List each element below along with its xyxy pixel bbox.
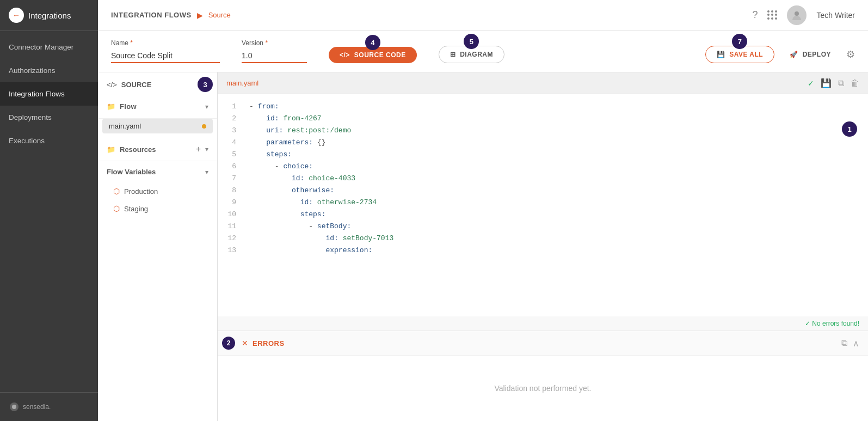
code-line-2: 2 id: from-4267	[218, 113, 868, 125]
diagram-icon: ⊞	[450, 51, 456, 58]
sidebar: ← Integrations Connector Manager Authori…	[0, 0, 98, 421]
flow-section-title: Flow	[120, 102, 205, 111]
editor-tab-bar: main.yaml ✓ 💾 ⧉ 🗑	[218, 72, 868, 94]
logo-icon: ←	[9, 8, 24, 23]
logo-text: Integrations	[28, 11, 71, 20]
code-line-6: 6 - choice:	[218, 161, 868, 173]
variable-name-staging: Staging	[124, 205, 148, 213]
variable-icon-production: ⬡	[113, 187, 120, 196]
name-field: Name *	[111, 39, 220, 63]
code-line-5: 5 steps:	[218, 149, 868, 161]
sidebar-item-connector-manager[interactable]: Connector Manager	[0, 35, 98, 59]
save-tab-icon[interactable]: 💾	[821, 78, 832, 88]
resources-section-header[interactable]: 📁 Resources + ▾	[98, 138, 217, 161]
delete-tab-icon[interactable]: 🗑	[851, 78, 859, 88]
source-title: SOURCE	[121, 81, 198, 89]
flow-section-header[interactable]: 📁 Flow ▾	[98, 95, 217, 119]
form-bar: Name * Version * 4 </> SOURCE CODE 5 ⊞ D…	[98, 30, 868, 72]
errors-header: 2 ✕ ERRORS ⧉ ∧	[218, 331, 868, 356]
topbar-right: ? Tech Writer	[752, 5, 855, 25]
flow-file-name: main.yaml	[109, 122, 202, 130]
code-editor[interactable]: 1 - from: 2 id: from-4267 3 uri: rest:po…	[218, 94, 868, 263]
version-field: Version *	[242, 39, 307, 63]
flow-variables-header[interactable]: Flow Variables ▾	[98, 161, 217, 182]
code-editor-wrapper[interactable]: 1 1 - from: 2 id: from-4267 3 uri: rest:…	[218, 94, 868, 316]
sensedia-logo-icon	[9, 401, 20, 412]
badge-1: 1	[842, 121, 857, 137]
editor-tab-actions: ✓ 💾 ⧉ 🗑	[808, 78, 859, 88]
sidebar-footer: sensedia.	[0, 392, 98, 421]
sidebar-logo[interactable]: ← Integrations	[0, 0, 98, 31]
settings-button[interactable]: ⚙	[846, 48, 855, 60]
svg-point-1	[12, 405, 16, 409]
save-icon: 💾	[717, 51, 725, 58]
left-panel: 3 </> SOURCE ⓘ 📁 Flow ▾ main.yaml	[98, 72, 218, 421]
deploy-button[interactable]: 🚀 DEPLOY	[781, 46, 840, 63]
resources-folder-icon: 📁	[107, 145, 115, 154]
name-label: Name *	[111, 39, 220, 47]
editor-tab-main-yaml[interactable]: main.yaml	[226, 75, 258, 91]
source-code-icon: </>	[340, 51, 350, 59]
flow-variables-arrow-icon: ▾	[205, 168, 208, 176]
variable-production[interactable]: ⬡ Production	[98, 182, 217, 200]
resources-title: Resources	[120, 145, 196, 154]
badge-3: 3	[198, 77, 213, 92]
topbar: INTEGRATION FLOWS ▶ Source ? Tech Writer	[98, 0, 868, 30]
sidebar-item-integration-flows[interactable]: Integration Flows	[0, 82, 98, 106]
svg-point-2	[795, 11, 799, 16]
breadcrumb-current[interactable]: Source	[208, 11, 231, 19]
footer-logo-text: sensedia.	[23, 403, 51, 411]
flow-variables-list: ⬡ Production ⬡ Staging	[98, 182, 217, 217]
code-line-11: 11 - setBody:	[218, 221, 868, 233]
version-input[interactable]	[242, 49, 307, 63]
form-action-buttons: 7 💾 SAVE ALL 🚀 DEPLOY ⚙	[705, 46, 855, 63]
no-errors-banner: ✓ No errors found!	[218, 316, 868, 331]
no-errors-text: ✓ No errors found!	[805, 320, 859, 327]
errors-copy-icon[interactable]: ⧉	[841, 338, 847, 349]
code-line-1: 1 - from:	[218, 101, 868, 113]
topbar-breadcrumb: INTEGRATION FLOWS ▶ Source	[111, 11, 231, 20]
resources-add-icon[interactable]: +	[196, 144, 201, 154]
main-content: INTEGRATION FLOWS ▶ Source ? Tech Writer…	[98, 0, 868, 421]
code-line-9: 9 id: otherwise-2734	[218, 197, 868, 209]
badge-4: 4	[365, 35, 380, 50]
code-line-3: 3 uri: rest:post:/demo	[218, 125, 868, 137]
validate-icon[interactable]: ✓	[808, 79, 814, 88]
badge-7: 7	[732, 34, 747, 49]
grid-menu-icon[interactable]	[767, 10, 777, 20]
breadcrumb-main: INTEGRATION FLOWS	[111, 11, 192, 19]
flow-files: main.yaml	[98, 119, 217, 138]
middle-area: 3 </> SOURCE ⓘ 📁 Flow ▾ main.yaml	[98, 72, 868, 421]
source-code-icon: </>	[107, 81, 117, 89]
help-icon[interactable]: ?	[752, 9, 758, 21]
sidebar-item-authorizations[interactable]: Authorizations	[0, 59, 98, 82]
sidebar-item-deployments[interactable]: Deployments	[0, 106, 98, 129]
breadcrumb-arrow: ▶	[197, 11, 203, 20]
flow-file-main-yaml[interactable]: main.yaml	[102, 119, 213, 133]
folder-icon: 📁	[107, 102, 115, 111]
variable-icon-staging: ⬡	[113, 204, 120, 213]
validation-text: Validation not performed yet.	[495, 384, 592, 393]
username: Tech Writer	[816, 11, 855, 20]
flow-variables-title: Flow Variables	[107, 168, 205, 176]
sidebar-nav: Connector Manager Authorizations Integra…	[0, 31, 98, 392]
badge-5: 5	[464, 34, 479, 49]
sidebar-item-executions[interactable]: Executions	[0, 129, 98, 152]
deploy-icon: 🚀	[790, 51, 798, 58]
errors-x-icon: ✕	[242, 339, 248, 347]
flow-arrow-icon: ▾	[205, 103, 208, 111]
editor-area: main.yaml ✓ 💾 ⧉ 🗑 1 1 - from:	[218, 72, 868, 421]
resources-arrow-icon: ▾	[205, 145, 208, 153]
variable-staging[interactable]: ⬡ Staging	[98, 200, 217, 217]
errors-panel: 2 ✕ ERRORS ⧉ ∧ Validation not performed …	[218, 331, 868, 421]
code-line-10: 10 steps:	[218, 209, 868, 221]
user-avatar[interactable]	[787, 5, 807, 25]
code-line-12: 12 id: setBody-7013	[218, 233, 868, 245]
version-label: Version *	[242, 39, 307, 47]
code-line-4: 4 parameters: {}	[218, 137, 868, 149]
flow-file-modified-dot	[202, 124, 206, 129]
badge-2: 2	[222, 337, 235, 350]
copy-tab-icon[interactable]: ⧉	[838, 78, 844, 88]
errors-collapse-icon[interactable]: ∧	[853, 338, 859, 349]
name-input[interactable]	[111, 49, 220, 63]
